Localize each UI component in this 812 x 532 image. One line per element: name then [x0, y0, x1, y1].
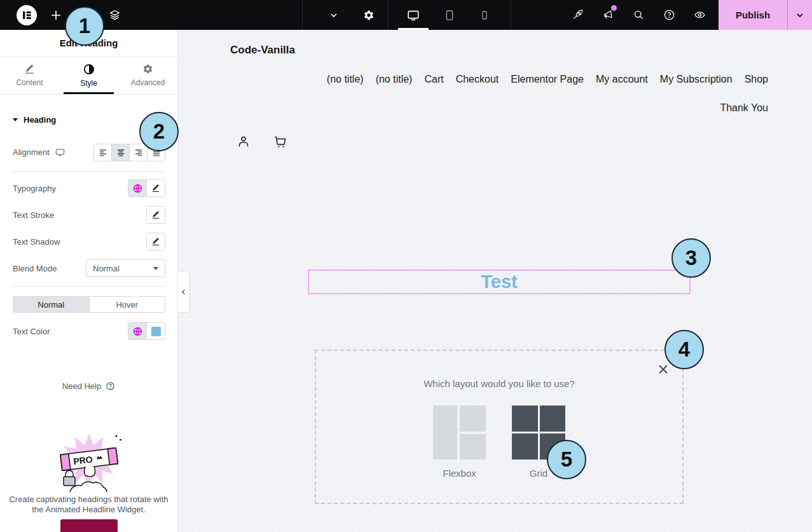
- blend-mode-value: Normal: [93, 264, 120, 273]
- text-color-control: [128, 322, 165, 340]
- pencil-icon: [151, 184, 160, 193]
- nav-item[interactable]: Checkout: [456, 74, 499, 85]
- top-toolbar: Publish: [0, 0, 812, 30]
- responsive-desktop-icon[interactable]: [55, 147, 65, 157]
- help-button[interactable]: [658, 0, 680, 30]
- text-color-picker-button[interactable]: [147, 323, 165, 339]
- help-icon: [106, 381, 115, 391]
- nav-item[interactable]: Cart: [424, 74, 443, 85]
- text-stroke-edit-button[interactable]: [147, 207, 165, 223]
- globe-icon: [133, 184, 142, 193]
- layers-icon: [109, 9, 121, 21]
- structure-button[interactable]: [104, 0, 125, 30]
- text-stroke-row: Text Stroke: [0, 206, 178, 224]
- gear-icon: [142, 64, 153, 74]
- alignment-label: Alignment: [13, 147, 50, 157]
- typography-row: Typography: [0, 179, 178, 197]
- callout-2: 2: [139, 112, 179, 151]
- nav-item[interactable]: Shop: [745, 74, 768, 85]
- device-tablet-button[interactable]: [439, 0, 460, 30]
- widget-settings-panel: Edit Heading Content Style Advanced Head…: [0, 30, 178, 532]
- need-help-link[interactable]: Need Help: [0, 381, 177, 391]
- tab-advanced[interactable]: Advanced: [118, 57, 177, 94]
- panel-collapse-handle[interactable]: [178, 271, 189, 313]
- heading-section-title: Heading: [24, 115, 56, 125]
- preview-button[interactable]: [689, 0, 710, 30]
- blend-mode-select[interactable]: Normal: [86, 259, 165, 277]
- heading-widget-text: Test: [481, 271, 517, 292]
- promo-caption-line1: Create captivating headings that rotate …: [0, 494, 177, 505]
- typography-control: [128, 179, 165, 197]
- nav-item[interactable]: (no title): [376, 74, 413, 85]
- contrast-icon: [83, 64, 95, 75]
- align-left-icon: [99, 148, 107, 157]
- panel-divider: [13, 171, 165, 172]
- text-color-global-button[interactable]: [128, 323, 147, 339]
- callout-5: 5: [547, 440, 586, 479]
- select-caret-icon: [153, 267, 158, 270]
- site-settings-button[interactable]: [358, 0, 380, 30]
- text-stroke-control: [146, 206, 165, 224]
- text-shadow-edit-button[interactable]: [147, 233, 165, 250]
- align-right-button[interactable]: [130, 144, 148, 161]
- tab-style[interactable]: Style: [59, 57, 118, 94]
- text-shadow-label: Text Shadow: [13, 237, 60, 247]
- flexbox-option[interactable]: Flexbox: [433, 406, 486, 479]
- state-tabs: Normal Hover: [13, 296, 165, 313]
- close-icon[interactable]: [657, 364, 669, 375]
- editor-canvas: Code-Vanilla (no title) (no title) Cart …: [178, 30, 812, 532]
- nav-item[interactable]: My Subscription: [660, 74, 733, 85]
- tab-content[interactable]: Content: [0, 57, 59, 94]
- device-desktop-button[interactable]: [401, 0, 425, 30]
- cart-icon[interactable]: [273, 134, 288, 149]
- tab-content-label: Content: [16, 78, 43, 87]
- tab-advanced-label: Advanced: [131, 78, 165, 87]
- typography-edit-button[interactable]: [147, 180, 165, 196]
- layout-chooser-dialog: Which layout would you like to use? Flex…: [315, 350, 684, 504]
- rocket-icon: [572, 9, 584, 21]
- publish-options-button[interactable]: [787, 0, 812, 30]
- promo-caption: Create captivating headings that rotate …: [0, 494, 177, 515]
- layout-question: Which layout would you like to use?: [316, 378, 682, 389]
- align-left-button[interactable]: [94, 144, 112, 161]
- tab-style-label: Style: [80, 79, 97, 88]
- launchpad-button[interactable]: [567, 0, 588, 30]
- callout-3: 3: [671, 238, 711, 278]
- help-icon: [663, 9, 675, 21]
- publish-button[interactable]: Publish: [719, 0, 787, 30]
- chevron-left-icon: [181, 289, 186, 295]
- nav-item[interactable]: My account: [596, 74, 648, 85]
- promo-caption-line2: the Animated Headline Widget.: [0, 505, 177, 515]
- device-mobile-button[interactable]: [474, 0, 495, 30]
- nav-item[interactable]: Elementor Page: [511, 74, 584, 85]
- selected-heading-widget[interactable]: Test: [308, 269, 691, 294]
- finder-search-button[interactable]: [628, 0, 649, 30]
- typography-global-button[interactable]: [128, 180, 147, 196]
- whats-new-button[interactable]: [597, 0, 619, 30]
- callout-1: 1: [65, 6, 104, 46]
- heading-section-toggle[interactable]: Heading: [13, 115, 56, 125]
- state-normal-tab[interactable]: Normal: [13, 297, 89, 312]
- align-center-icon: [116, 148, 125, 157]
- site-nav-row-2: Thank You: [720, 102, 768, 114]
- account-icon[interactable]: [236, 134, 251, 149]
- elementor-logo[interactable]: [15, 0, 38, 30]
- element-selector-dropdown[interactable]: [323, 0, 345, 30]
- publish-split-button: Publish: [719, 0, 812, 30]
- upgrade-button[interactable]: [60, 519, 118, 532]
- chevron-down-icon: [795, 11, 804, 20]
- elementor-editor: Publish Edit Heading Content Style Advan…: [0, 0, 812, 532]
- nav-item[interactable]: (no title): [327, 74, 364, 85]
- site-title[interactable]: Code-Vanilla: [230, 44, 295, 57]
- grid-option-label: Grid: [530, 468, 547, 479]
- blend-mode-label: Blend Mode: [13, 264, 57, 273]
- pencil-icon: [151, 210, 160, 219]
- state-hover-tab[interactable]: Hover: [89, 297, 165, 312]
- align-center-button[interactable]: [112, 144, 130, 161]
- chevron-down-icon: [329, 11, 338, 20]
- typography-label: Typography: [13, 184, 56, 193]
- callout-4: 4: [664, 330, 704, 369]
- nav-item[interactable]: Thank You: [720, 102, 768, 114]
- search-icon: [633, 9, 645, 21]
- add-element-button[interactable]: [45, 0, 67, 30]
